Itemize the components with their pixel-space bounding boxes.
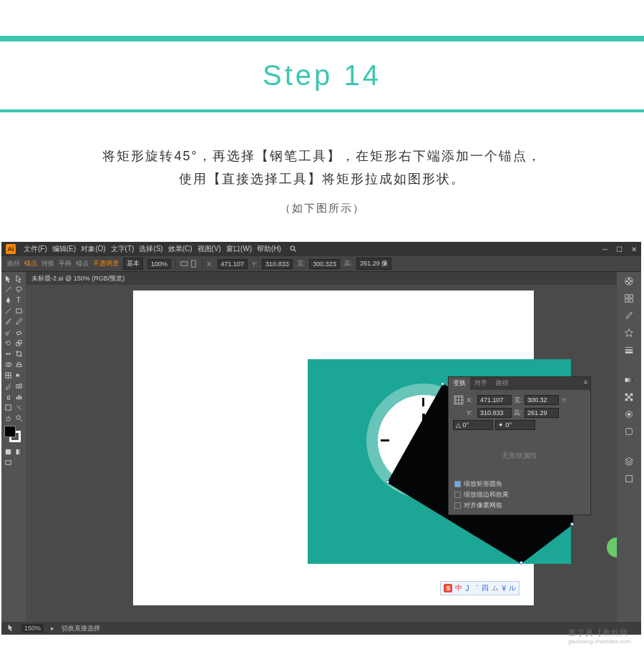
link-icon[interactable]: ⊃ [561, 396, 567, 404]
anchor-handle[interactable] [441, 382, 444, 386]
dock-layers-icon[interactable] [623, 455, 635, 468]
opt-align-pixel[interactable]: 对齐像素网格 [454, 501, 585, 510]
pen-tool[interactable] [3, 295, 13, 305]
ime-char[interactable]: 四 [482, 583, 489, 593]
panel-h-field[interactable]: 261.29 [525, 408, 559, 418]
line-tool[interactable] [3, 306, 13, 316]
tab-transform[interactable]: 变换 [449, 377, 470, 390]
anchor-handle[interactable] [570, 522, 574, 526]
reference-point-icon[interactable] [453, 394, 464, 406]
menu-file[interactable]: 文件(F) [22, 244, 49, 254]
close-icon[interactable]: ✕ [631, 245, 637, 253]
dock-symbols-icon[interactable] [623, 326, 635, 339]
tab-align[interactable]: 对齐 [470, 377, 492, 390]
opt-scale-corners[interactable]: 缩放矩形圆角 [454, 479, 585, 489]
canvas-area[interactable]: 未标题-2.ai @ 150% (RGB/预览) S 中 J [26, 272, 617, 622]
opt-scale-strokes[interactable]: 缩放描边和效果 [454, 490, 585, 499]
color-mode-icon[interactable] [3, 447, 13, 457]
dock-transparency-icon[interactable] [623, 391, 635, 404]
document-tab[interactable]: 未标题-2.ai @ 150% (RGB/预览) [26, 272, 617, 285]
gradient-mode-icon[interactable] [14, 447, 24, 457]
screen-mode-icon[interactable] [3, 457, 13, 467]
fill-stroke-swatch[interactable] [3, 426, 24, 446]
svg-rect-23 [7, 396, 9, 399]
fill-swatch[interactable] [4, 426, 16, 437]
gradient-tool[interactable] [14, 370, 24, 380]
free-transform-tool[interactable] [14, 348, 24, 358]
menu-help[interactable]: 帮助(H) [255, 244, 283, 254]
menu-search-icon[interactable] [289, 245, 297, 254]
type-tool[interactable]: T [14, 295, 24, 305]
blob-brush-tool[interactable] [3, 327, 13, 337]
panel-w-field[interactable]: 300.32 [525, 395, 559, 405]
menu-effect[interactable]: 效果(C) [167, 244, 194, 254]
hand-tool[interactable] [3, 413, 13, 423]
slice-tool[interactable] [14, 402, 24, 412]
shape-builder-tool[interactable] [3, 359, 13, 369]
rotate-tool[interactable] [3, 338, 13, 348]
ime-char[interactable]: ゛ [472, 583, 479, 593]
menu-edit[interactable]: 编辑(E) [51, 244, 77, 254]
symbol-sprayer-tool[interactable] [3, 391, 13, 401]
rectangle-tool[interactable] [14, 306, 24, 316]
scale-tool[interactable] [14, 338, 24, 348]
artboard-tool[interactable] [3, 402, 13, 412]
dock-gradient-icon[interactable] [623, 374, 635, 386]
column-graph-tool[interactable] [14, 391, 24, 401]
tab-pathfinder[interactable]: 路径 [492, 377, 513, 390]
minimize-icon[interactable]: ─ [602, 245, 608, 253]
ime-char[interactable]: J [465, 585, 469, 592]
dock-stroke-icon[interactable] [623, 343, 635, 356]
panel-shear-field[interactable]: ✦ 0° [495, 420, 535, 430]
nav-first-icon[interactable]: ▸ [51, 625, 54, 632]
dock-swatches-icon[interactable] [623, 292, 635, 305]
ime-char[interactable]: 中 [455, 583, 462, 593]
menu-window[interactable]: 窗口(W) [225, 244, 253, 254]
dock-graphic-styles-icon[interactable] [623, 425, 635, 438]
ime-char[interactable]: ¥ [502, 585, 506, 592]
h-field[interactable]: 261.29 像 [356, 258, 391, 270]
zoom-tool[interactable] [14, 413, 24, 423]
selection-tool[interactable] [3, 273, 13, 283]
pencil-tool[interactable] [14, 316, 24, 326]
panel-x-label: X: [467, 396, 475, 404]
direct-selection-tool[interactable] [14, 273, 24, 283]
assist-button[interactable] [607, 537, 617, 557]
dock-color-icon[interactable] [623, 275, 635, 288]
maximize-icon[interactable]: ☐ [616, 245, 623, 253]
menu-select[interactable]: 选择(S) [137, 244, 164, 254]
anchor-handle[interactable] [386, 480, 389, 484]
panel-y-field[interactable]: 310.833 [477, 408, 512, 418]
panel-menu-icon[interactable]: ≡ [581, 377, 590, 390]
menu-view[interactable]: 视图(V) [196, 244, 223, 254]
y-field[interactable]: 310.833 [262, 259, 293, 269]
w-label: 宽: [297, 259, 306, 268]
selection-tool-icon[interactable] [7, 624, 14, 633]
eyedropper-tool[interactable] [3, 381, 13, 391]
eraser-tool[interactable] [14, 327, 24, 337]
dock-brushes-icon[interactable] [623, 309, 635, 322]
opt-opacity-field[interactable]: 100% [147, 259, 171, 269]
w-field[interactable]: 300.323 [309, 259, 340, 269]
menu-object[interactable]: 对象(O) [79, 244, 107, 254]
opt-style-dropdown[interactable]: 基本 [123, 258, 143, 270]
lasso-tool[interactable] [14, 284, 24, 294]
align-icons[interactable] [180, 260, 197, 268]
ime-toolbar[interactable]: S 中 J ゛ 四 ム ¥ ル [440, 581, 519, 595]
magic-wand-tool[interactable] [3, 284, 13, 294]
dock-appearance-icon[interactable] [623, 408, 635, 421]
x-field[interactable]: 471.107 [218, 259, 248, 269]
ime-char[interactable]: ム [492, 583, 499, 593]
mesh-tool[interactable] [3, 370, 13, 380]
menu-type[interactable]: 文字(T) [109, 244, 136, 254]
perspective-grid-tool[interactable] [14, 359, 24, 369]
anchor-handle[interactable] [519, 561, 523, 565]
ime-char[interactable]: ル [509, 583, 516, 593]
panel-rotate-field[interactable]: △ 0° [453, 420, 493, 430]
paintbrush-tool[interactable] [3, 316, 13, 326]
zoom-field[interactable]: 150% [21, 624, 44, 633]
width-tool[interactable] [3, 348, 13, 358]
panel-x-field[interactable]: 471.107 [477, 395, 512, 405]
blend-tool[interactable] [14, 381, 24, 391]
dock-artboards-icon[interactable] [623, 472, 635, 485]
